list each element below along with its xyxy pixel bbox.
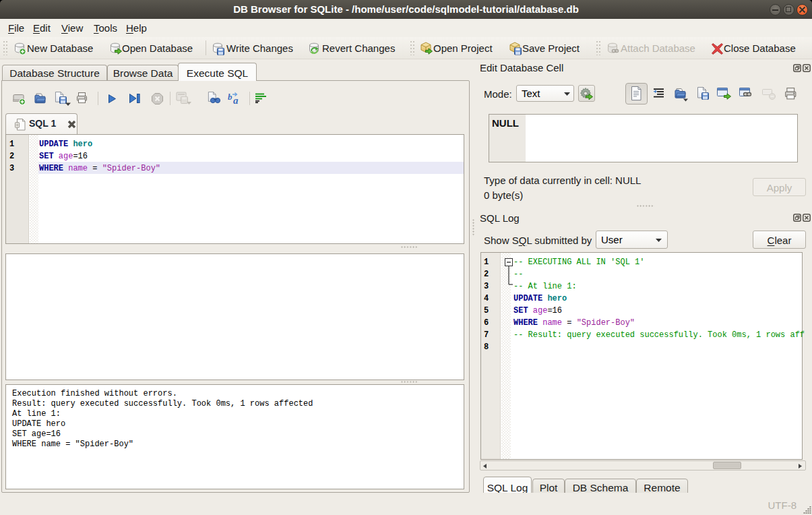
svg-text:a: a [233,95,239,106]
svg-text:b: b [228,92,232,102]
